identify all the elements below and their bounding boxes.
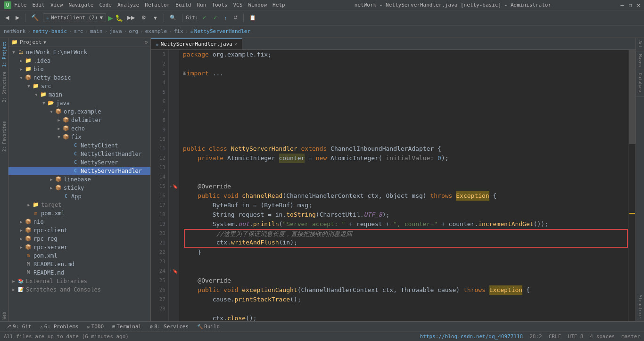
tree-item-netty-basic[interactable]: ▼ 📦 netty-basic	[8, 73, 150, 82]
tree-item-idea[interactable]: ▶ 📁 .idea	[8, 57, 150, 65]
tree-item-scratches[interactable]: ▶ 📝 Scratches and Consoles	[8, 285, 150, 294]
tree-item-App[interactable]: ▶ C App	[8, 192, 150, 201]
status-url[interactable]: https://blog.csdn.net/qq_40977118	[420, 333, 523, 340]
tree-item-readme[interactable]: ▶ M README.md	[8, 268, 150, 277]
run-config-dropdown[interactable]: ☕ NettyClient (2) ▼	[43, 13, 106, 22]
tree-item-pom-netty[interactable]: ▶ m pom.xml	[8, 209, 150, 218]
tree-item-main[interactable]: ▼ 📁 main	[8, 90, 150, 99]
menu-build[interactable]: Build	[175, 2, 191, 8]
left-tab-project[interactable]: 1: Project	[1, 40, 8, 69]
menu-window[interactable]: Window	[248, 2, 267, 8]
tree-item-NettyClientHandler[interactable]: ▶ C NettyClientHandler	[8, 150, 150, 158]
code-editor[interactable]: 1 2 3 4 5 6 7 8 9 10 11 12 13 14 15 16 1…	[151, 50, 636, 321]
menu-refactor[interactable]: Refactor	[145, 2, 170, 8]
tree-item-external-libs[interactable]: ▶ 📚 External Libraries	[8, 277, 150, 285]
right-tab-ant[interactable]: Ant	[636, 38, 644, 51]
left-tab-structure[interactable]: 2: Structure	[1, 70, 8, 104]
tree-item-nio[interactable]: ▶ 📦 nio	[8, 218, 150, 226]
left-tab-web[interactable]: Web	[1, 310, 8, 321]
code-content[interactable]: package org . example . fix ; ⊞ import .…	[179, 50, 628, 321]
menu-code[interactable]: Code	[99, 2, 112, 8]
left-tab-favorites[interactable]: 2: Favorites	[1, 119, 8, 154]
menu-help[interactable]: Help	[272, 2, 285, 8]
status-position[interactable]: 28:2	[529, 333, 542, 340]
git-push[interactable]: ✓	[211, 14, 220, 22]
status-indent[interactable]: 4 spaces	[590, 333, 615, 340]
more-run-button[interactable]: ▼	[150, 14, 160, 22]
bc-org[interactable]: org	[129, 28, 138, 34]
maximize-button[interactable]: ☐	[629, 2, 632, 8]
fold-icon-3[interactable]: ⊞	[183, 69, 187, 78]
bottom-tab-problems[interactable]: ⚠ 6: Problems	[36, 322, 83, 332]
bottom-tab-build[interactable]: 🔨 Build	[193, 322, 223, 332]
close-button[interactable]: ✕	[637, 2, 640, 8]
menu-file[interactable]: File	[14, 2, 27, 8]
bc-main[interactable]: main	[90, 28, 103, 34]
tree-item-pom-root[interactable]: ▶ m pom.xml	[8, 252, 150, 260]
git-rollback[interactable]: ↺	[231, 14, 240, 22]
bc-filename[interactable]: NettyServerHandler	[194, 28, 250, 34]
run-button[interactable]: ▶	[108, 14, 113, 22]
scrollbar-thumb[interactable]	[629, 50, 636, 144]
tree-item-sticky[interactable]: ▶ 📦 sticky	[8, 184, 150, 192]
bottom-tab-terminal[interactable]: ⊞ Terminal	[108, 322, 145, 332]
editor-tab-NettyServerHandler[interactable]: ☕ NettyServerHandler.java ✕	[151, 38, 242, 49]
bc-fix[interactable]: fix	[174, 28, 183, 34]
menu-tools[interactable]: Tools	[212, 2, 227, 8]
bottom-tab-git[interactable]: ⎇ 9: Git	[2, 322, 35, 332]
forward-button[interactable]: ▶	[13, 14, 22, 22]
menu-navigate[interactable]: Navigate	[69, 2, 94, 8]
bc-example[interactable]: example	[145, 28, 167, 34]
tree-item-NettyClient[interactable]: ▶ C NettyClient	[8, 141, 150, 150]
dropdown-chevron[interactable]: ▼	[43, 40, 46, 45]
tree-item-java[interactable]: ▼ 📂 java	[8, 99, 150, 107]
right-tab-maven[interactable]: Maven	[636, 51, 644, 70]
tree-item-readme-en[interactable]: ▶ M README.en.md	[8, 260, 150, 268]
menu-analyze[interactable]: Analyze	[117, 2, 139, 8]
bc-netWork[interactable]: netWork	[4, 28, 25, 34]
status-encoding[interactable]: UTF-8	[568, 333, 583, 340]
package-icon-delimiter: 📦	[62, 116, 70, 124]
menu-view[interactable]: View	[50, 2, 63, 8]
sidebar-gear-icon[interactable]: ⚙	[144, 39, 148, 45]
menu-edit[interactable]: Edit	[33, 2, 45, 8]
minimize-button[interactable]: —	[620, 2, 624, 8]
menu-run[interactable]: Run	[197, 2, 206, 8]
tree-item-linebase[interactable]: ▶ 📦 linebase	[8, 175, 150, 184]
status-branch[interactable]: master	[621, 333, 640, 340]
tree-item-rpc-client[interactable]: ▶ 📦 rpc-client	[8, 226, 150, 235]
bottom-tab-todo[interactable]: ☑ TODO	[83, 322, 108, 332]
tree-item-src[interactable]: ▼ 📁 src	[8, 82, 150, 90]
right-tab-database[interactable]: Database	[636, 70, 644, 97]
right-tab-structure[interactable]: Structure	[636, 292, 644, 321]
tree-item-rpc-reg[interactable]: ▶ 📦 rpc-reg	[8, 235, 150, 243]
back-button[interactable]: ◀	[3, 14, 11, 22]
git-check[interactable]: ✓	[200, 14, 209, 22]
coverage-button[interactable]: ▶▶	[125, 14, 137, 22]
bc-java[interactable]: java	[109, 28, 122, 34]
tree-item-bio[interactable]: ▶ 📁 bio	[8, 65, 150, 73]
tree-item-delimiter[interactable]: ▶ 📦 delimiter	[8, 116, 150, 124]
status-line-ending[interactable]: CRLF	[549, 333, 561, 340]
tab-close-button[interactable]: ✕	[234, 41, 237, 47]
git-update[interactable]: ↑	[222, 14, 229, 22]
tree-item-echo[interactable]: ▶ 📦 echo	[8, 124, 150, 133]
tree-item-fix[interactable]: ▼ 📦 fix	[8, 133, 150, 141]
menu-vcs[interactable]: VCS	[233, 2, 242, 8]
tree-item-rpc-server[interactable]: ▶ 📦 rpc-server	[8, 243, 150, 252]
search-everywhere[interactable]: 🔍	[167, 14, 179, 22]
debug-button[interactable]: 🐛	[115, 14, 123, 22]
tree-item-org-example[interactable]: ▼ 📦 org.example	[8, 107, 150, 116]
git-history[interactable]: 📋	[247, 14, 258, 22]
bc-netty-basic[interactable]: netty-basic	[33, 28, 67, 34]
tree-item-NettyServer[interactable]: ▶ C NettyServer	[8, 158, 150, 167]
tree-arrow-netWork: ▼	[10, 50, 17, 55]
tree-item-NettyServerHandler[interactable]: ▶ C NettyServerHandler	[8, 167, 150, 175]
tree-item-netWork[interactable]: ▼ 🗂 netWork E:\netWork	[8, 48, 150, 57]
bottom-tab-services[interactable]: ⚙ 8: Services	[146, 322, 192, 332]
profile-button[interactable]: ⚙	[139, 14, 149, 22]
build-button[interactable]: 🔨	[29, 13, 41, 22]
tree-item-target[interactable]: ▶ 📁 target	[8, 201, 150, 209]
tree-arrow-external-libs: ▶	[10, 279, 17, 284]
bc-src[interactable]: src	[74, 28, 83, 34]
